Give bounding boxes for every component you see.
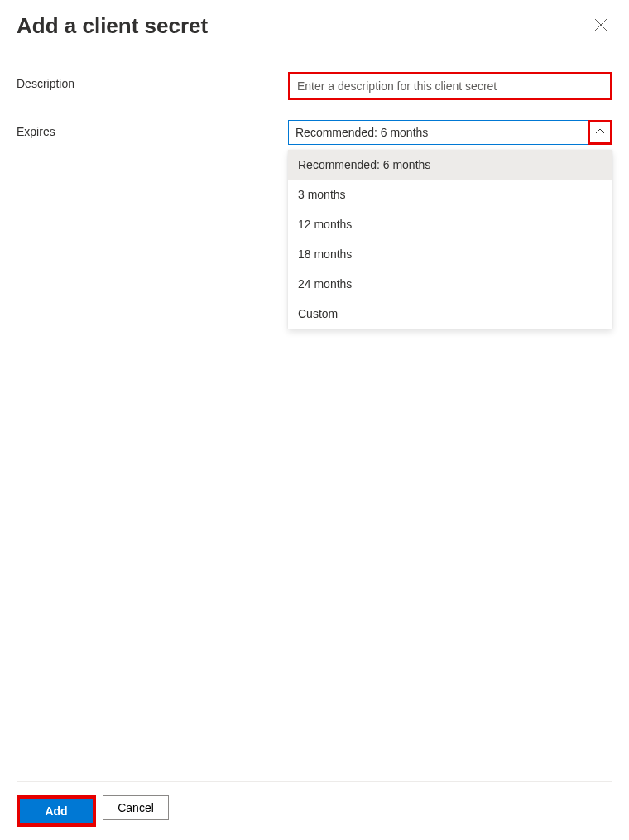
expires-label: Expires [17,120,288,138]
expires-option[interactable]: Custom [288,299,612,329]
expires-option[interactable]: 24 months [288,269,612,299]
add-button-highlight: Add [17,795,96,827]
expires-selected-value[interactable]: Recommended: 6 months [288,120,588,145]
expires-option[interactable]: 12 months [288,209,612,239]
close-icon [594,18,607,34]
description-row: Description [17,72,612,100]
form-body: Description Expires Recommended: 6 month… [17,72,612,781]
description-highlight [288,72,612,100]
expires-chevron-button[interactable] [590,122,610,142]
add-button[interactable]: Add [20,799,93,823]
description-control [288,72,612,100]
cancel-button[interactable]: Cancel [103,795,169,820]
description-label: Description [17,72,288,90]
expires-chevron-highlight [588,120,612,145]
expires-control: Recommended: 6 months Recommended: 6 mon [288,120,612,145]
close-button[interactable] [589,13,612,39]
expires-option[interactable]: 3 months [288,180,612,209]
panel-footer: Add Cancel [17,781,612,827]
panel-header: Add a client secret [17,13,612,39]
expires-row: Expires Recommended: 6 months [17,120,612,145]
expires-select[interactable]: Recommended: 6 months [288,120,612,145]
expires-dropdown: Recommended: 6 months 3 months 12 months… [288,150,612,329]
add-client-secret-panel: Add a client secret Description Expires [0,0,629,840]
expires-option[interactable]: 18 months [288,239,612,269]
expires-option[interactable]: Recommended: 6 months [288,150,612,180]
description-input[interactable] [290,74,610,98]
panel-title: Add a client secret [17,13,208,39]
chevron-up-icon [595,126,605,139]
